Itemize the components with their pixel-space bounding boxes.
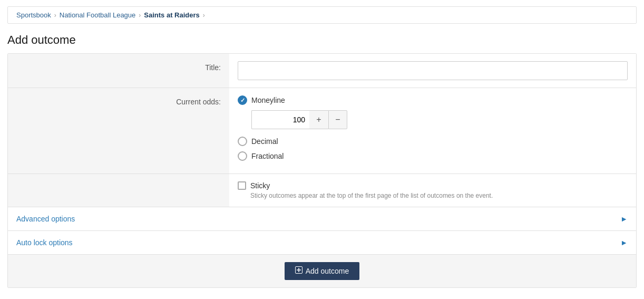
auto-lock-options-row[interactable]: Auto lock options ► (8, 231, 636, 254)
sticky-content: Sticky Sticky outcomes appear at the top… (229, 174, 636, 207)
title-row: Title: (8, 54, 636, 88)
breadcrumb-sportsbook[interactable]: Sportsbook (16, 11, 51, 19)
add-outcome-btn-label: Add outcome (306, 267, 349, 275)
odds-increment-button[interactable]: + (309, 110, 328, 129)
decimal-label: Decimal (251, 137, 278, 146)
auto-lock-options-chevron-icon: ► (620, 238, 628, 247)
fractional-radio[interactable] (238, 151, 247, 161)
add-outcome-button[interactable]: Add outcome (285, 262, 360, 280)
breadcrumb-sep-3: › (203, 12, 205, 19)
title-content (229, 54, 636, 88)
breadcrumb-sep-1: › (54, 12, 56, 19)
title-label: Title: (8, 54, 229, 88)
advanced-options-chevron-icon: ► (620, 215, 628, 223)
footer-row: Add outcome (8, 254, 636, 287)
sticky-description: Sticky outcomes appear at the top of the… (250, 192, 628, 199)
page-title: Add outcome (0, 24, 644, 53)
decimal-option[interactable]: Decimal (238, 137, 628, 146)
advanced-options-row[interactable]: Advanced options ► (8, 207, 636, 231)
sticky-checkbox[interactable] (238, 181, 246, 190)
sticky-container: Sticky Sticky outcomes appear at the top… (238, 181, 628, 199)
moneyline-radio[interactable] (238, 95, 247, 105)
advanced-options-label: Advanced options (16, 215, 75, 223)
sticky-label-cell (8, 174, 229, 207)
odds-decrement-button[interactable]: − (328, 110, 347, 129)
breadcrumb: Sportsbook › National Football League › … (7, 6, 637, 24)
odds-number-group: + − (251, 110, 628, 129)
decimal-radio[interactable] (238, 137, 247, 146)
current-odds-row: Current odds: Moneyline + − Decimal Fr (8, 88, 636, 174)
breadcrumb-nfl[interactable]: National Football League (60, 11, 136, 19)
sticky-label-row[interactable]: Sticky (238, 181, 628, 190)
title-input[interactable] (238, 61, 628, 80)
fractional-option[interactable]: Fractional (238, 151, 628, 161)
auto-lock-options-label: Auto lock options (16, 238, 73, 247)
form-container: Title: Current odds: Moneyline + − Decim… (7, 53, 637, 288)
sticky-label: Sticky (250, 181, 270, 190)
moneyline-option[interactable]: Moneyline (238, 95, 628, 105)
moneyline-label: Moneyline (251, 96, 285, 104)
sticky-row: Sticky Sticky outcomes appear at the top… (8, 174, 636, 207)
odds-content: Moneyline + − Decimal Fractional (229, 88, 636, 173)
fractional-label: Fractional (251, 152, 284, 160)
breadcrumb-event[interactable]: Saints at Raiders (144, 11, 200, 19)
breadcrumb-sep-2: › (139, 12, 141, 19)
current-odds-label: Current odds: (8, 88, 229, 173)
add-outcome-plus-icon (295, 266, 303, 276)
odds-value-input[interactable] (251, 110, 309, 129)
